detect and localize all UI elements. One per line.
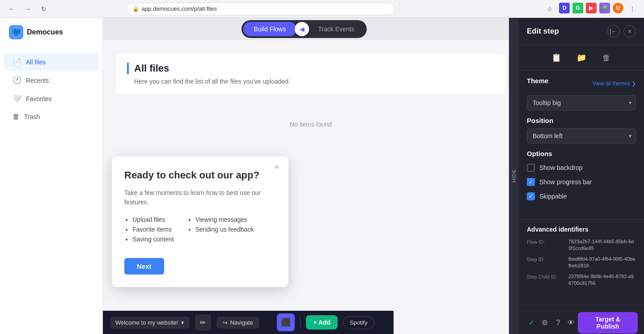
panel-icons-row: 📋 📁 🗑 — [519, 45, 644, 71]
options-label: Options — [527, 150, 636, 157]
position-select-wrapper: Bottom left ▾ — [527, 128, 636, 144]
page-subtitle: Here you can find the list of all the fi… — [127, 78, 495, 85]
sidebar-item-all-files[interactable]: 📄 All files — [4, 53, 99, 71]
step-id-label: Step ID: — [527, 256, 565, 262]
sidebar-label-all-files: All files — [26, 59, 46, 66]
checkbox-backdrop[interactable] — [527, 164, 535, 172]
settings-btn[interactable]: ⚙ — [538, 316, 552, 330]
browser-chrome: ← → ↻ 🔒 app.democues.com/p/all-files ☆ D… — [0, 0, 644, 18]
main-content: Build Flows ◀ Track Events All files Her… — [103, 18, 519, 334]
target-publish-btn[interactable]: Target & Publish — [578, 312, 638, 334]
theme-select[interactable]: Tooltip big — [527, 95, 636, 110]
options-section: Options Show backdrop ✓ Show progress ba… — [527, 150, 636, 200]
checkbox-progress[interactable]: ✓ — [527, 178, 535, 186]
empty-state: No items found — [116, 103, 505, 146]
welcome-chevron: ▾ — [181, 319, 184, 326]
flow-id-label: Flow ID: — [527, 238, 565, 245]
top-nav: Build Flows ◀ Track Events — [206, 18, 402, 40]
forward-btn[interactable]: → — [21, 3, 34, 15]
more-btn[interactable]: ⋮ — [626, 3, 639, 15]
sidebar-label-favorites: Favorites — [26, 95, 52, 102]
page-title: All files — [127, 63, 495, 74]
nav-arrow: ◀ — [295, 22, 309, 36]
toolbar-center: ⬛ + Add Spotify — [265, 313, 386, 331]
tooltip-title: Ready to check out our app? — [124, 169, 276, 182]
panel-icon-delete[interactable]: 🗑 — [599, 51, 614, 65]
advanced-section: Advanced identifiers Flow ID: 7623a2b7-1… — [519, 226, 644, 296]
check-btn[interactable]: ✓ — [525, 316, 538, 330]
panel-back-btn[interactable]: |← — [607, 25, 620, 38]
bookmark-btn[interactable]: ☆ — [544, 3, 556, 15]
canvas-btn[interactable]: ⬛ — [277, 313, 295, 331]
next-button[interactable]: Next — [124, 258, 164, 275]
step-child-id-value: 2378f94e-9b9b-4e46-8792-a96700c81756 — [568, 273, 636, 287]
welcome-dropdown[interactable]: Welcome to my website! ▾ — [110, 317, 190, 329]
top-nav-tabs: Build Flows ◀ Track Events — [242, 20, 367, 38]
add-btn[interactable]: + Add — [306, 315, 338, 330]
tooltip-lists: Upload files Favorite items Saving conte… — [124, 216, 276, 245]
list-item: Saving content — [132, 236, 174, 243]
theme-label: Theme — [527, 77, 548, 85]
navigate-label: Navigate — [230, 319, 253, 326]
view-all-themes-link[interactable]: View all themes ❯ — [593, 80, 636, 87]
theme-row: Theme View all themes ❯ — [527, 77, 636, 90]
trash-icon: 🗑 — [13, 113, 20, 121]
flow-id-value: 7623a2b7-144f-44b5-95bb-6d0f1ccd6e85 — [568, 238, 636, 252]
position-label: Position — [527, 117, 553, 124]
panel-close-btn[interactable]: × — [623, 25, 636, 38]
add-label: + Add — [313, 319, 330, 326]
help-btn[interactable]: ? — [551, 316, 565, 330]
logo: 💙 Democues — [0, 18, 102, 47]
position-section: Position Bottom left ▾ — [527, 117, 636, 144]
divider — [300, 316, 301, 329]
browser-actions: ☆ D G ▶ 🧩 U ⋮ — [544, 3, 639, 15]
content-header: All files Here you can find the list of … — [116, 54, 505, 94]
panel-header-actions: |← × — [607, 25, 636, 38]
advanced-title: Advanced identifiers — [527, 226, 636, 233]
logo-icon: 💙 — [9, 25, 23, 39]
tab-track-events[interactable]: Track Events — [307, 22, 365, 36]
address-bar[interactable]: 🔒 app.democues.com/p/all-files — [127, 3, 395, 15]
checkbox-skippable[interactable]: ✓ — [527, 192, 535, 200]
tooltip-close-btn[interactable]: × — [271, 162, 282, 173]
sidebar-item-favorites[interactable]: 🤍 Favorites — [4, 90, 99, 107]
sidebar-label-recents: Recents — [26, 77, 49, 84]
sidebar-nav: 📄 All files 🕐 Recents 🤍 Favorites 🗑 Tras… — [0, 47, 102, 131]
theme-select-wrapper: Tooltip big ▾ — [527, 95, 636, 110]
spotify-badge[interactable]: Spotify — [343, 316, 374, 329]
favorites-icon: 🤍 — [13, 94, 21, 103]
sidebar: 💙 Democues 📄 All files 🕐 Recents 🤍 Favor… — [0, 18, 103, 334]
list-item: Upload files — [132, 216, 174, 223]
flow-id-row: Flow ID: 7623a2b7-144f-44b5-95bb-6d0f1cc… — [527, 238, 636, 252]
step-id-row: Step ID: fbed8fd4-97a0-4f64-90f5-40bafbe… — [527, 256, 636, 270]
navigate-btn[interactable]: ↪ Navigate — [216, 317, 259, 329]
panel-icon-copy[interactable]: 📋 — [549, 51, 564, 65]
panel-icon-folder[interactable]: 📁 — [574, 51, 589, 65]
position-select[interactable]: Bottom left — [527, 128, 636, 144]
panel-header: Edit step |← × — [519, 18, 644, 45]
hide-sidebar-btn[interactable]: HIDE — [509, 18, 519, 334]
right-panel-bottom: ✓ ⚙ ? 👁 Target & Publish — [519, 311, 644, 334]
step-id-value: fbed8fd4-97a0-4f64-90f5-40bafbeb2818 — [568, 256, 636, 270]
back-btn[interactable]: ← — [5, 3, 18, 15]
sidebar-item-recents[interactable]: 🕐 Recents — [4, 72, 99, 89]
hide-label: HIDE — [511, 169, 517, 182]
sidebar-item-trash[interactable]: 🗑 Trash — [4, 108, 99, 125]
step-child-id-row: Step Child ID: 2378f94e-9b9b-4e46-8792-a… — [527, 273, 636, 287]
right-panel: Edit step |← × 📋 📁 🗑 Theme View all them… — [519, 18, 644, 334]
panel-divider — [519, 219, 644, 220]
list-item: Sending us feedback — [195, 226, 254, 233]
edit-btn[interactable]: ✏ — [195, 314, 211, 330]
panel-title: Edit step — [527, 27, 559, 36]
checkbox-backdrop-row: Show backdrop — [527, 164, 636, 172]
tooltip-modal: × Ready to check out our app? Take a few… — [112, 156, 288, 287]
ext-icon-1: D — [559, 3, 570, 13]
user-avatar: U — [613, 3, 623, 13]
preview-btn[interactable]: 👁 — [565, 316, 578, 330]
tab-build-flows[interactable]: Build Flows — [243, 22, 297, 36]
reload-btn[interactable]: ↻ — [38, 3, 50, 15]
logo-text: Democues — [27, 28, 63, 36]
app-container: 💙 Democues 📄 All files 🕐 Recents 🤍 Favor… — [0, 18, 644, 334]
sidebar-label-trash: Trash — [24, 113, 40, 120]
all-files-icon: 📄 — [13, 58, 21, 66]
